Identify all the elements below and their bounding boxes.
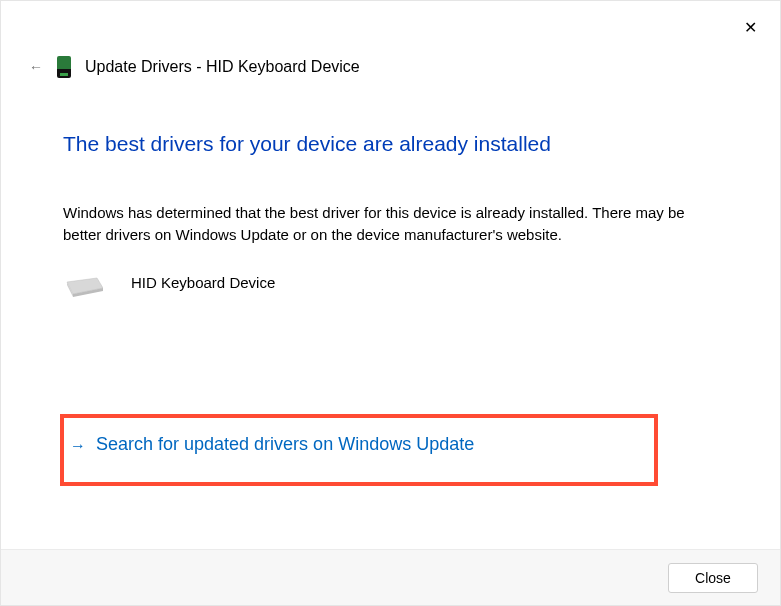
header: ← Update Drivers - HID Keyboard Device bbox=[1, 1, 780, 78]
arrow-right-icon: → bbox=[70, 437, 86, 453]
device-row: HID Keyboard Device bbox=[63, 272, 718, 300]
search-windows-update-link[interactable]: → Search for updated drivers on Windows … bbox=[70, 434, 474, 455]
device-icon bbox=[57, 56, 71, 78]
description-text: Windows has determined that the best dri… bbox=[63, 202, 703, 246]
content-area: The best drivers for your device are alr… bbox=[1, 78, 780, 300]
window-title: Update Drivers - HID Keyboard Device bbox=[85, 58, 360, 76]
device-name-label: HID Keyboard Device bbox=[131, 272, 275, 291]
close-x-button[interactable]: ✕ bbox=[740, 17, 760, 37]
main-heading: The best drivers for your device are alr… bbox=[63, 132, 718, 156]
keyboard-icon bbox=[63, 274, 103, 300]
footer-bar: Close bbox=[1, 549, 780, 605]
back-arrow-icon[interactable]: ← bbox=[29, 59, 43, 75]
search-link-label: Search for updated drivers on Windows Up… bbox=[96, 434, 474, 455]
close-button[interactable]: Close bbox=[668, 563, 758, 593]
